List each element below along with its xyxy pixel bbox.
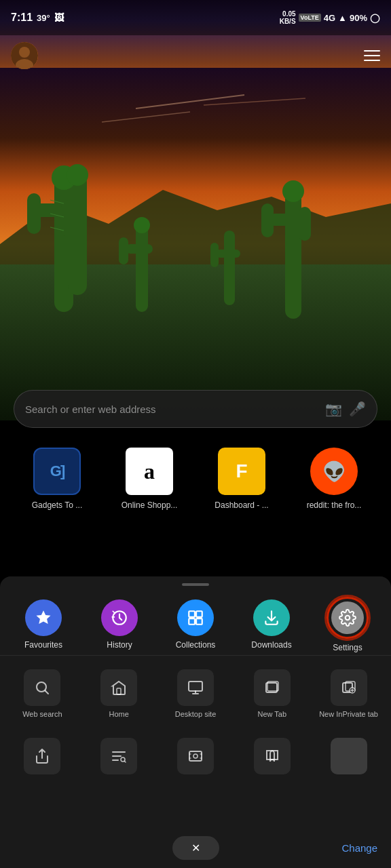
scroll-thumb bbox=[331, 738, 367, 774]
change-link[interactable]: Change bbox=[341, 842, 377, 854]
svg-point-47 bbox=[193, 754, 198, 758]
action-new-tab[interactable]: New Tab bbox=[235, 664, 309, 724]
svg-rect-32 bbox=[189, 611, 195, 617]
status-right: 0.05KB/S VoLTE 4G ▲ 90% ◯ bbox=[280, 10, 380, 25]
collections-circle bbox=[177, 599, 214, 636]
signal-bars: ▲ bbox=[338, 13, 347, 23]
svg-rect-17 bbox=[210, 243, 219, 267]
svg-rect-11 bbox=[299, 207, 311, 241]
action-reading-view[interactable] bbox=[235, 732, 309, 780]
status-left: 7:11 39° 🖼 bbox=[11, 12, 64, 24]
quick-link-reddit-label: reddit: the fro... bbox=[307, 500, 362, 510]
web-search-box bbox=[24, 669, 60, 706]
bottom-bar: ✕ Change bbox=[0, 831, 391, 868]
nav-settings-label: Settings bbox=[333, 643, 362, 652]
close-button[interactable]: ✕ bbox=[172, 836, 219, 860]
history-circle bbox=[101, 599, 138, 636]
camera-icon[interactable]: 📷 bbox=[325, 401, 342, 417]
action-web-search-label: Web search bbox=[22, 710, 62, 719]
battery-level: 90% bbox=[350, 13, 367, 23]
svg-point-36 bbox=[346, 616, 350, 620]
mic-icon[interactable]: 🎤 bbox=[349, 401, 366, 417]
svg-rect-7 bbox=[68, 173, 87, 295]
nav-history[interactable]: History bbox=[81, 599, 157, 650]
svg-rect-38 bbox=[117, 688, 121, 694]
nav-downloads[interactable]: Downloads bbox=[234, 599, 310, 650]
battery-icon: ◯ bbox=[370, 13, 380, 23]
nav-settings[interactable]: Settings bbox=[310, 597, 386, 652]
nav-favourites[interactable]: Favourites bbox=[5, 599, 81, 650]
action-home-label: Home bbox=[109, 710, 129, 719]
svg-point-25 bbox=[67, 164, 88, 186]
quick-link-amazon-label: Online Shopp... bbox=[122, 500, 178, 510]
browser-header bbox=[0, 35, 391, 76]
image-icon: 🖼 bbox=[54, 12, 64, 23]
search-bar-container: Search or enter web address 📷 🎤 bbox=[14, 390, 377, 428]
action-share[interactable] bbox=[5, 732, 79, 780]
action-find[interactable] bbox=[82, 732, 156, 780]
svg-rect-5 bbox=[27, 193, 41, 234]
avatar[interactable] bbox=[11, 42, 38, 69]
new-tab-box bbox=[254, 669, 291, 706]
desktop-box bbox=[177, 669, 214, 706]
svg-rect-8 bbox=[285, 190, 301, 319]
quick-link-flipkart[interactable]: F Dashboard - ... bbox=[208, 448, 276, 510]
svg-rect-39 bbox=[189, 682, 202, 691]
signal-icon: 4G bbox=[324, 13, 335, 23]
quick-links: G] Gadgets To ... a Online Shopp... F Da… bbox=[0, 448, 391, 510]
volte-icon: VoLTE bbox=[299, 14, 321, 22]
svg-rect-12 bbox=[136, 224, 148, 312]
quick-link-gadgets[interactable]: G] Gadgets To ... bbox=[23, 448, 91, 510]
quick-link-reddit[interactable]: 👽 reddit: the fro... bbox=[300, 448, 368, 510]
share-box bbox=[24, 738, 60, 774]
settings-ring bbox=[327, 597, 369, 639]
search-bar[interactable]: Search or enter web address 📷 🎤 bbox=[14, 390, 377, 428]
action-desktop-label: Desktop site bbox=[175, 710, 217, 719]
svg-point-29 bbox=[19, 47, 30, 58]
inprivate-box bbox=[331, 669, 367, 706]
quick-link-flipkart-label: Dashboard - ... bbox=[215, 500, 268, 510]
settings-circle bbox=[331, 601, 364, 634]
status-time: 7:11 bbox=[11, 12, 33, 24]
action-grid-row1: Web search Home Desktop site bbox=[0, 656, 391, 730]
action-screenshot[interactable] bbox=[159, 732, 233, 780]
quick-link-amazon[interactable]: a Online Shopp... bbox=[115, 448, 183, 510]
svg-rect-35 bbox=[196, 618, 202, 625]
find-box bbox=[100, 738, 137, 774]
reading-box bbox=[254, 738, 291, 774]
svg-rect-14 bbox=[119, 237, 128, 264]
close-icon: ✕ bbox=[191, 842, 200, 854]
action-new-tab-label: New Tab bbox=[257, 710, 286, 719]
svg-rect-15 bbox=[224, 231, 235, 305]
svg-rect-10 bbox=[261, 203, 274, 237]
home-box bbox=[100, 669, 137, 706]
action-web-search[interactable]: Web search bbox=[5, 664, 79, 724]
action-inprivate[interactable]: New InPrivate tab bbox=[312, 664, 386, 724]
nav-favourites-label: Favourites bbox=[24, 640, 62, 650]
svg-point-27 bbox=[134, 217, 150, 233]
screenshot-box bbox=[177, 738, 214, 774]
svg-point-26 bbox=[282, 180, 304, 202]
svg-rect-13 bbox=[126, 244, 153, 254]
status-bar: 7:11 39° 🖼 0.05KB/S VoLTE 4G ▲ 90% ◯ bbox=[0, 0, 391, 35]
favourites-circle bbox=[25, 599, 62, 636]
action-home[interactable]: Home bbox=[82, 664, 156, 724]
downloads-circle bbox=[253, 599, 290, 636]
nav-collections[interactable]: Collections bbox=[157, 599, 234, 650]
svg-rect-34 bbox=[189, 618, 195, 625]
svg-rect-46 bbox=[189, 751, 202, 761]
action-inprivate-label: New InPrivate tab bbox=[319, 710, 378, 719]
menu-button[interactable] bbox=[364, 50, 380, 61]
nav-icons-row: Favourites History bbox=[0, 590, 391, 656]
nav-downloads-label: Downloads bbox=[251, 640, 291, 650]
nav-history-label: History bbox=[107, 640, 132, 650]
cactus-background bbox=[0, 68, 391, 420]
search-placeholder: Search or enter web address bbox=[25, 403, 318, 415]
action-desktop-site[interactable]: Desktop site bbox=[159, 664, 233, 724]
action-grid-row2 bbox=[0, 730, 391, 783]
svg-rect-33 bbox=[196, 611, 202, 617]
nav-collections-label: Collections bbox=[176, 640, 216, 650]
action-empty bbox=[312, 732, 386, 780]
svg-rect-16 bbox=[216, 250, 240, 258]
quick-link-gadgets-label: Gadgets To ... bbox=[32, 500, 83, 510]
